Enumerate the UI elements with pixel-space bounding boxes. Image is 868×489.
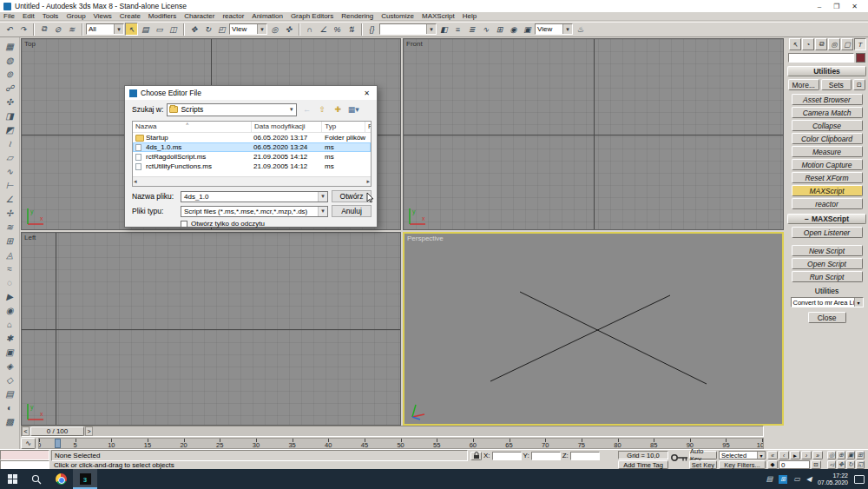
create-toy-car-icon[interactable]: ⊞: [3, 234, 17, 248]
bind-to-space-warp-icon[interactable]: ≋: [65, 23, 78, 36]
redo-icon[interactable]: ↷: [16, 23, 30, 36]
menu-item[interactable]: Create: [120, 12, 141, 20]
menu-item[interactable]: reactor: [222, 12, 244, 20]
named-selection-sets-combo[interactable]: [379, 23, 437, 35]
create-rope-collection-icon[interactable]: ☍: [3, 81, 17, 95]
play-button[interactable]: ►: [790, 451, 800, 459]
unlink-selection-icon[interactable]: ⊘: [51, 23, 64, 36]
key-selection-combo[interactable]: Selected: [719, 451, 766, 459]
render-type-combo[interactable]: View: [535, 23, 573, 35]
view-menu-icon[interactable]: ▦▾: [347, 103, 359, 116]
utilities-rollout-header[interactable]: Utilities: [787, 66, 866, 76]
selection-lock-toggle[interactable]: [470, 452, 482, 460]
menu-item[interactable]: Graph Editors: [291, 12, 333, 20]
edit-named-selection-sets-icon[interactable]: {}: [365, 23, 378, 36]
open-property-editor-icon[interactable]: ▤: [3, 387, 17, 400]
viewport-perspective-active[interactable]: Perspective: [403, 232, 784, 426]
tab-utilities[interactable]: T: [854, 38, 866, 50]
app-tray-icon[interactable]: ⊞: [779, 475, 787, 484]
preview-window-icon[interactable]: ◐: [3, 400, 17, 414]
menu-item[interactable]: Edit: [23, 12, 35, 20]
use-pivot-point-center-icon[interactable]: ◎: [268, 23, 281, 36]
menu-item[interactable]: Animation: [252, 12, 283, 20]
apply-soft-body-modifier-icon[interactable]: ◩: [3, 122, 17, 136]
utility-button[interactable]: Color Clipboard: [792, 133, 863, 144]
set-keys-button[interactable]: [670, 453, 689, 465]
go-to-start-button[interactable]: «: [767, 451, 778, 459]
maxscript-rollout-header[interactable]: − MAXScript: [787, 214, 866, 224]
add-time-tag-button[interactable]: Add Time Tag: [618, 460, 668, 469]
scroll-right-icon[interactable]: ▸: [366, 178, 370, 185]
create-animation-icon[interactable]: ◉: [3, 303, 17, 317]
select-and-rotate-icon[interactable]: ↻: [201, 23, 214, 36]
file-row[interactable]: Startup 06.05.2020 13:17 Folder plików: [133, 133, 371, 142]
set-key-button[interactable]: Set Key: [689, 460, 717, 469]
horizontal-scrollbar[interactable]: ◂ ▸: [133, 176, 371, 186]
look-in-combo[interactable]: Scripts: [167, 103, 297, 116]
network-tray-icon[interactable]: ▭: [793, 475, 800, 483]
object-color-swatch[interactable]: [856, 53, 865, 63]
zoom-extents-icon[interactable]: ▣: [846, 451, 855, 459]
key-mode-toggle-button[interactable]: ◆: [767, 460, 778, 469]
key-filters-button[interactable]: Key Filters...: [719, 460, 766, 469]
zoom-icon[interactable]: ◎: [827, 451, 836, 459]
tab-display[interactable]: ▢: [841, 38, 853, 50]
dialog-titlebar[interactable]: Choose Editor File ✕: [125, 86, 377, 100]
scroll-left-icon[interactable]: ◂: [134, 178, 137, 185]
taskbar-search-button[interactable]: [24, 469, 49, 489]
render-scene-icon[interactable]: ▣: [521, 23, 534, 36]
cancel-button[interactable]: Anuluj: [332, 205, 372, 217]
undo-icon[interactable]: ↶: [3, 23, 16, 36]
menu-item[interactable]: Help: [463, 12, 477, 20]
object-name-field[interactable]: [788, 53, 854, 63]
analyze-world-icon[interactable]: ⌂: [3, 317, 17, 331]
go-to-end-button[interactable]: »: [812, 451, 823, 459]
time-slider-handle[interactable]: 0 / 100: [30, 426, 84, 436]
utility-button[interactable]: Collapse: [792, 120, 863, 131]
layer-manager-icon[interactable]: ≣: [465, 23, 478, 36]
menu-item[interactable]: Rendering: [341, 12, 373, 20]
back-icon[interactable]: ←: [300, 103, 312, 116]
close-utility-button[interactable]: Close: [808, 312, 846, 323]
create-constraint-solver-icon[interactable]: ◌: [3, 275, 17, 289]
dialog-close-button[interactable]: ✕: [361, 89, 372, 97]
menu-item[interactable]: Customize: [381, 12, 414, 20]
maxscript-utility-dropdown[interactable]: Convert to mr Area Li: [791, 297, 864, 307]
soft-body-properties-icon[interactable]: ◇: [3, 373, 17, 387]
more-button[interactable]: More...: [788, 79, 819, 90]
file-row[interactable]: rctRagdollScript.ms 21.09.2005 14:12 ms: [133, 152, 371, 162]
taskbar-clock[interactable]: 17:22 07.05.2020: [818, 472, 848, 486]
maxscript-button[interactable]: Open Script: [792, 258, 863, 269]
create-plane-icon[interactable]: ▱: [3, 150, 17, 164]
start-button[interactable]: [0, 469, 24, 489]
apply-cloth-modifier-icon[interactable]: ◨: [3, 109, 17, 122]
tab-create[interactable]: ↖: [789, 38, 801, 50]
align-icon[interactable]: ≡: [451, 23, 464, 36]
maximize-button[interactable]: ❐: [833, 3, 839, 10]
apply-rope-modifier-icon[interactable]: ≀: [3, 136, 17, 150]
quick-render-icon[interactable]: ♨: [574, 23, 587, 36]
create-motor-icon[interactable]: ✢: [3, 206, 17, 220]
utility-button[interactable]: Camera Match: [792, 107, 863, 118]
arc-rotate-icon[interactable]: ↻: [846, 460, 855, 469]
new-folder-icon[interactable]: ✚: [332, 103, 344, 116]
create-rigid-body-collection-icon[interactable]: ▦: [3, 39, 17, 53]
auto-key-button[interactable]: Auto Key: [689, 451, 717, 459]
min-max-toggle-icon[interactable]: ◱: [856, 460, 865, 469]
menu-item[interactable]: Character: [184, 12, 214, 20]
create-water-icon[interactable]: ≈: [3, 261, 17, 275]
menu-item[interactable]: Group: [66, 12, 85, 20]
material-editor-icon[interactable]: ◉: [507, 23, 520, 36]
filename-combo[interactable]: 4ds_1.0: [181, 191, 328, 202]
rectangular-selection-region-icon[interactable]: ▭: [153, 23, 166, 36]
create-deforming-mesh-collection-icon[interactable]: ✣: [3, 95, 17, 109]
mini-listener-macro-pane[interactable]: [0, 450, 49, 460]
zoom-extents-all-icon[interactable]: ⊞: [856, 451, 865, 459]
viewport-left-label[interactable]: Left: [24, 234, 36, 241]
create-fracture-icon[interactable]: ◬: [3, 248, 17, 261]
cloth-properties-icon[interactable]: ◈: [3, 359, 17, 373]
maxscript-button[interactable]: Open Listener: [792, 227, 863, 238]
column-header[interactable]: Typ: [322, 122, 365, 132]
schematic-tool-icon[interactable]: ▩: [3, 414, 17, 428]
column-header[interactable]: Nazwa: [133, 122, 252, 132]
